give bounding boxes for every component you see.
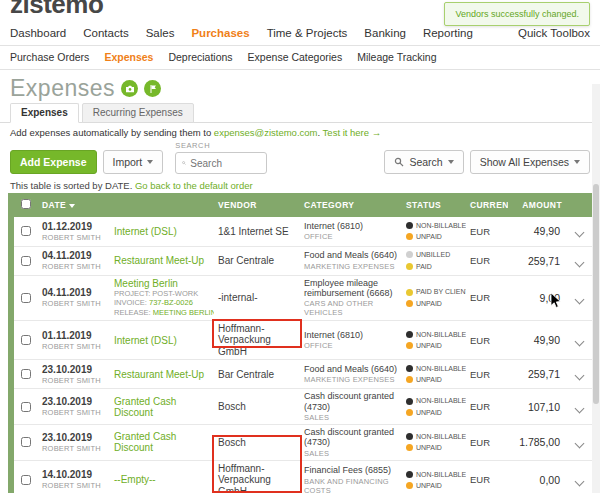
camera-icon[interactable]: [121, 80, 138, 97]
header-vendor[interactable]: VENDOR: [214, 193, 300, 217]
billing-status-dot: [406, 365, 413, 372]
expense-title-link[interactable]: Granted Cash Discount: [114, 431, 210, 453]
expense-project: PROJECT: POST-WORK: [114, 289, 210, 299]
subnav-item-depreciations[interactable]: Depreciations: [168, 51, 232, 63]
payment-status-label: UNPAID: [416, 407, 442, 418]
expense-title-link[interactable]: --Empty--: [114, 474, 210, 485]
header-actions: [566, 193, 592, 217]
nav-item-dashboard[interactable]: Dashboard: [10, 27, 66, 39]
toolbar: Add Expense Import SEARCH Search Show Al…: [0, 139, 600, 179]
expense-submitter: ROBERT SMITH: [42, 444, 106, 453]
expense-title-link[interactable]: Granted Cash Discount: [114, 396, 210, 418]
nav-item-banking[interactable]: Banking: [364, 27, 406, 39]
expense-category: Cash discount granted (4730): [304, 427, 398, 448]
search-group: SEARCH: [175, 141, 267, 174]
header-currency-label: CURRENCY: [470, 200, 508, 210]
nav-item-contacts[interactable]: Contacts: [83, 27, 128, 39]
header-date[interactable]: DATE: [38, 193, 110, 217]
table-row: 01.12.2019ROBERT SMITH Internet (DSL) 1&…: [14, 217, 592, 246]
expense-submitter: ROBERT SMITH: [42, 299, 106, 308]
expense-title-link[interactable]: Meeting Berlin: [114, 278, 210, 289]
import-button[interactable]: Import: [103, 150, 164, 174]
expense-release: RELEASE: MEETING BERLIN: [114, 308, 210, 318]
tab-expenses[interactable]: Expenses: [10, 103, 79, 123]
nav-item-time-projects[interactable]: Time & Projects: [267, 27, 348, 39]
invoice-value[interactable]: 737-BZ-0026: [149, 298, 193, 307]
billing-status-label: UNBILLED: [416, 249, 450, 260]
nav-item-sales[interactable]: Sales: [146, 27, 175, 39]
expense-submitter: ROBERT SMITH: [42, 481, 106, 490]
table-row: 04.11.2019ROBERT SMITH Meeting Berlin PR…: [14, 275, 592, 320]
row-checkbox[interactable]: [21, 475, 31, 485]
row-checkbox[interactable]: [21, 256, 31, 266]
chevron-down-icon[interactable]: [575, 439, 585, 449]
expense-currency: EUR: [466, 275, 508, 320]
subnav-item-mileage-tracking[interactable]: Mileage Tracking: [357, 51, 436, 63]
vertical-scrollbar[interactable]: [592, 84, 600, 493]
expense-vendor: 1&1 Internet SE: [218, 226, 296, 238]
add-expense-button[interactable]: Add Expense: [10, 150, 97, 174]
expense-category: Internet (6810): [304, 221, 398, 231]
test-it-here-link[interactable]: Test it here →: [323, 127, 382, 138]
default-order-link[interactable]: Go back to the default order: [135, 180, 253, 191]
row-checkbox[interactable]: [21, 293, 31, 303]
header-status[interactable]: STATUS: [402, 193, 466, 217]
row-checkbox[interactable]: [21, 369, 31, 379]
subnav-item-purchase-orders[interactable]: Purchase Orders: [10, 51, 89, 63]
chevron-down-icon[interactable]: [575, 294, 585, 304]
expense-title-link[interactable]: Restaurant Meet-Up: [114, 255, 210, 266]
expenses-table-wrap: DATE VENDOR CATEGORY STATUS CURRENCY AMO…: [8, 193, 592, 493]
expense-invoice: INVOICE: 737-BZ-0026: [114, 298, 210, 308]
expense-date: 01.12.2019: [42, 221, 106, 232]
search-filter-button[interactable]: Search: [384, 150, 463, 174]
payment-status-dot: [406, 482, 413, 489]
chevron-down-icon[interactable]: [575, 337, 585, 347]
scrollbar-thumb[interactable]: [593, 184, 599, 404]
expense-title-link[interactable]: Internet (DSL): [114, 226, 210, 237]
row-checkbox[interactable]: [21, 226, 31, 236]
nav-item-quick-toolbox[interactable]: Quick Toolbox: [518, 27, 590, 39]
expense-category: Employee mileage reimbursement (6668): [304, 278, 398, 299]
row-checkbox[interactable]: [21, 437, 31, 447]
expense-title-link[interactable]: Restaurant Meet-Up: [114, 369, 210, 380]
show-all-expenses-dropdown[interactable]: Show All Expenses: [470, 150, 590, 174]
expenses-table: DATE VENDOR CATEGORY STATUS CURRENCY AMO…: [14, 193, 592, 493]
hint-email-link[interactable]: expenses@zistemo.com: [214, 127, 318, 138]
chevron-down-icon[interactable]: [575, 371, 585, 381]
header-vendor-label: VENDOR: [218, 200, 257, 210]
chevron-down-icon[interactable]: [575, 257, 585, 267]
search-input[interactable]: [190, 158, 260, 169]
chevron-down-icon[interactable]: [575, 476, 585, 486]
table-row: 14.10.2019ROBERT SMITH --Empty-- Hoffman…: [14, 460, 592, 493]
import-button-label: Import: [113, 156, 143, 168]
subnav-item-expense-categories[interactable]: Expense Categories: [248, 51, 343, 63]
tab-recurring-expenses[interactable]: Recurring Expenses: [82, 103, 194, 123]
billing-status-dot: [406, 289, 413, 296]
header-category[interactable]: CATEGORY: [300, 193, 402, 217]
billing-status-dot: [406, 433, 413, 440]
nav-item-purchases[interactable]: Purchases: [191, 27, 249, 39]
chevron-down-icon[interactable]: [575, 228, 585, 238]
row-checkbox[interactable]: [21, 335, 31, 345]
expense-title-link[interactable]: Internet (DSL): [114, 335, 210, 346]
header-category-label: CATEGORY: [304, 200, 354, 210]
billing-status-dot: [406, 471, 413, 478]
payment-status-label: UNPAID: [416, 231, 442, 242]
expense-vendor: -internal-: [218, 292, 296, 304]
expense-vendor: Bar Centrale: [218, 369, 296, 381]
header-currency[interactable]: CURRENCY: [466, 193, 508, 217]
release-value[interactable]: MEETING BERLIN: [153, 308, 214, 317]
select-all-checkbox[interactable]: [21, 199, 31, 209]
expense-currency: EUR: [466, 217, 508, 246]
chevron-down-icon[interactable]: [575, 403, 585, 413]
header-amount[interactable]: AMOUNT: [508, 193, 566, 217]
nav-item-reporting[interactable]: Reporting: [423, 27, 473, 39]
flag-icon[interactable]: [144, 80, 161, 97]
subnav-item-expenses[interactable]: Expenses: [104, 51, 153, 63]
payment-status-label: UNPAID: [416, 480, 442, 491]
payment-status-label: UNPAID: [416, 340, 442, 351]
table-left-accent: [8, 193, 14, 493]
billing-status-label: PAID BY CLIENT: [416, 286, 466, 297]
expense-currency: EUR: [466, 389, 508, 425]
row-checkbox[interactable]: [21, 402, 31, 412]
